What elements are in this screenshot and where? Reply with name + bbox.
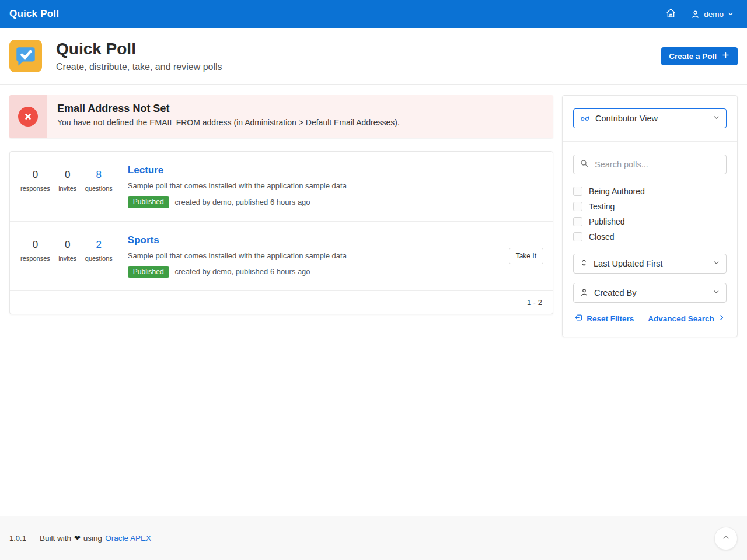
search-box	[573, 155, 727, 174]
filter-label: Closed	[589, 232, 615, 242]
checkbox-unchecked[interactable]	[573, 217, 582, 226]
filter-label: Testing	[589, 202, 615, 211]
poll-stats: 0 responses 0 invites 2 questions	[19, 239, 114, 262]
poll-meta-row: Published created by demo, published 6 h…	[128, 196, 543, 208]
person-icon	[580, 288, 589, 299]
status-filter-list: Being Authored Testing Published Closed	[573, 184, 727, 244]
filter-testing[interactable]: Testing	[573, 199, 727, 214]
content: Email Address Not Set You have not defin…	[0, 85, 747, 516]
chevron-down-icon	[713, 288, 720, 298]
poll-action: Take It	[509, 248, 543, 264]
create-poll-button[interactable]: Create a Poll	[661, 47, 738, 65]
filter-being-authored[interactable]: Being Authored	[573, 184, 727, 199]
app-logo-icon	[9, 40, 42, 72]
view-section: Contributor View	[563, 96, 737, 141]
responses-count: 0	[20, 169, 50, 181]
checkbox-unchecked[interactable]	[573, 232, 582, 242]
footer: 1.0.1 Built with ❤ using Oracle APEX	[0, 516, 747, 560]
filter-closed[interactable]: Closed	[573, 229, 727, 244]
sort-select[interactable]: Last Updated First	[573, 254, 727, 274]
invites-label: invites	[55, 185, 81, 192]
home-button[interactable]	[663, 5, 679, 23]
pagination-range: 1 - 2	[527, 298, 542, 307]
alert-strip	[9, 95, 47, 138]
responses-count: 0	[20, 239, 50, 251]
poll-row-lecture: 0 responses 0 invites 8 questions	[10, 152, 553, 221]
error-alert: Email Address Not Set You have not defin…	[9, 95, 553, 138]
poll-title-link[interactable]: Lecture	[128, 164, 163, 176]
reset-filters-button[interactable]: Reset Filters	[574, 313, 634, 324]
chevron-right-icon	[718, 314, 725, 323]
user-icon	[690, 9, 700, 19]
search-input[interactable]	[594, 159, 720, 170]
user-name: demo	[704, 10, 724, 19]
poll-main: Lecture Sample poll that comes installed…	[128, 164, 543, 208]
sidebar-links: Reset Filters Advanced Search	[573, 313, 727, 324]
advanced-search-button[interactable]: Advanced Search	[648, 314, 725, 323]
heart-icon: ❤	[74, 534, 81, 542]
built-with-text: Built with	[40, 534, 71, 542]
stat-responses: 0 responses	[19, 239, 51, 262]
checkbox-unchecked[interactable]	[573, 187, 582, 196]
questions-label: questions	[85, 185, 113, 192]
view-select-value: Contributor View	[595, 114, 707, 123]
navbar-app-title: Quick Poll	[9, 8, 59, 20]
page: Quick Poll demo	[0, 0, 747, 560]
take-it-button[interactable]: Take It	[509, 248, 543, 264]
created-by-select[interactable]: Created By	[573, 283, 727, 303]
sort-select-value: Last Updated First	[594, 259, 707, 268]
chevron-up-icon	[721, 533, 731, 544]
oracle-apex-link[interactable]: Oracle APEX	[105, 534, 151, 542]
created-by-value: Created By	[594, 288, 707, 298]
stat-questions: 8 questions	[84, 169, 114, 192]
filter-label: Published	[589, 217, 625, 226]
poll-meta: created by demo, published 6 hours ago	[175, 198, 310, 206]
alert-body: Email Address Not Set You have not defin…	[47, 95, 553, 138]
navbar: Quick Poll demo	[0, 0, 747, 28]
responses-label: responses	[20, 255, 50, 262]
navbar-actions: demo	[663, 5, 738, 23]
poll-meta-row: Published created by demo, published 6 h…	[128, 266, 500, 278]
questions-count-link[interactable]: 8	[85, 169, 113, 181]
polls-list: 0 responses 0 invites 8 questions	[9, 151, 553, 314]
reset-icon	[574, 313, 583, 324]
status-badge: Published	[128, 266, 169, 278]
app-header: Quick Poll Create, distribute, take, and…	[0, 28, 747, 85]
poll-meta: created by demo, published 6 hours ago	[175, 267, 310, 276]
footer-credit: Built with ❤ using Oracle APEX	[40, 534, 151, 542]
stat-invites: 0 invites	[54, 239, 82, 262]
view-select[interactable]: Contributor View	[573, 108, 727, 128]
poll-description: Sample poll that comes installed with th…	[128, 251, 500, 260]
error-icon	[18, 107, 38, 127]
sort-arrows-icon	[580, 258, 588, 269]
glasses-icon	[580, 113, 590, 125]
responses-label: responses	[20, 185, 50, 192]
alert-title: Email Address Not Set	[57, 103, 543, 115]
page-title: Quick Poll	[56, 40, 661, 58]
filters-section: Being Authored Testing Published Closed	[563, 141, 737, 337]
poll-title-link[interactable]: Sports	[128, 235, 159, 246]
filter-published[interactable]: Published	[573, 214, 727, 229]
chevron-down-icon	[713, 259, 720, 268]
scroll-to-top-button[interactable]	[714, 527, 738, 550]
reset-filters-label: Reset Filters	[587, 314, 634, 323]
home-icon	[665, 8, 676, 20]
user-menu-button[interactable]: demo	[687, 9, 738, 20]
poll-main: Sports Sample poll that comes installed …	[128, 235, 500, 278]
stat-invites: 0 invites	[54, 169, 82, 192]
filter-label: Being Authored	[589, 187, 645, 196]
header-text: Quick Poll Create, distribute, take, and…	[56, 40, 661, 72]
advanced-search-label: Advanced Search	[648, 314, 714, 323]
checkbox-unchecked[interactable]	[573, 202, 582, 211]
invites-count: 0	[55, 169, 81, 181]
invites-count: 0	[55, 239, 81, 251]
stat-questions: 2 questions	[84, 239, 114, 262]
main-column: Email Address Not Set You have not defin…	[9, 95, 553, 314]
plus-icon	[721, 51, 730, 61]
search-icon	[580, 159, 589, 170]
chevron-down-icon	[727, 10, 734, 18]
invites-label: invites	[55, 255, 81, 262]
poll-description: Sample poll that comes installed with th…	[128, 181, 543, 190]
app-version: 1.0.1	[9, 534, 26, 542]
questions-count-link[interactable]: 2	[85, 239, 113, 251]
